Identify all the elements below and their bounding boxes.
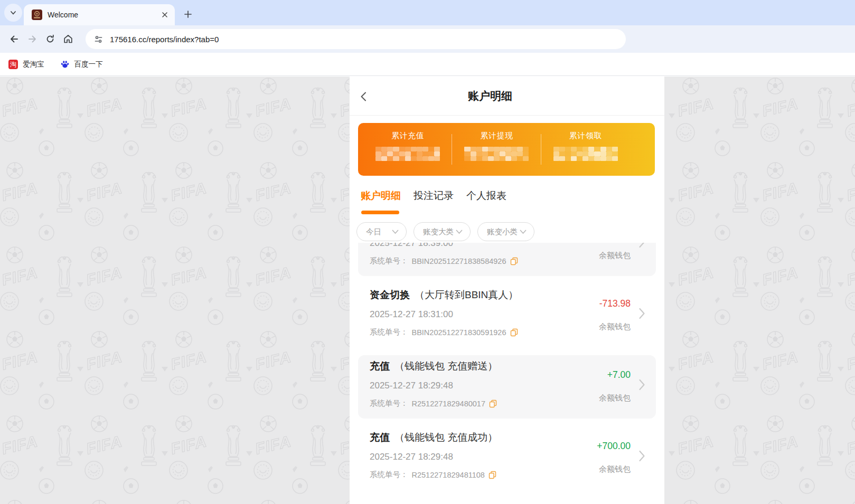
transaction-type: 充值 <box>370 359 390 373</box>
summary-stat: 累计提现 <box>452 123 541 176</box>
order-number-label: 系统单号： <box>370 256 408 266</box>
summary-stat: 累计领取 <box>541 123 630 176</box>
browser-tab-strip: Welcome <box>0 0 855 25</box>
dropdown-chevron-icon <box>520 230 527 234</box>
transaction-datetime: 2025-12-27 18:29:48 <box>370 381 656 391</box>
tab-close-icon[interactable] <box>159 9 171 21</box>
tab-search-button[interactable] <box>4 4 22 22</box>
section-tab[interactable]: 个人报表 <box>466 189 506 214</box>
transaction-type: 资金切换 <box>370 288 410 302</box>
order-number-label: 系统单号： <box>370 327 408 337</box>
transaction-datetime: 2025-12-27 18:31:00 <box>370 309 656 320</box>
dropdown-chevron-icon <box>392 230 399 234</box>
summary-stat: 累计充值 <box>363 123 452 176</box>
transaction-datetime: 2025-12-27 18:29:48 <box>370 452 656 462</box>
wallet-label: 余额钱包 <box>599 464 631 474</box>
row-chevron-right-icon <box>638 307 645 320</box>
transaction-row[interactable]: 充值 （钱能钱包 充值赠送） 2025-12-27 18:29:48 系统单号：… <box>358 355 656 419</box>
row-chevron-right-icon <box>638 243 645 249</box>
reload-icon <box>45 34 55 44</box>
row-chevron-right-icon <box>638 450 645 462</box>
transaction-row[interactable]: 2025-12-27 18:39:00 系统单号：BBIN20251227183… <box>358 243 656 276</box>
baidu-paw-icon <box>60 60 70 69</box>
order-number-label: 系统单号： <box>370 470 408 480</box>
url-text: 175616.cc/reports/index?tab=0 <box>110 35 219 44</box>
row-chevron-right-icon <box>638 378 645 391</box>
stat-value-masked <box>464 147 529 161</box>
order-number-label: 系统单号： <box>370 398 408 408</box>
app-panel: 账户明细 累计充值累计提现累计领取 账户明细投注记录个人报表 今日账变大类账变小… <box>350 77 664 504</box>
page-title: 账户明细 <box>350 89 631 103</box>
page-background: FIFA <box>0 77 855 504</box>
bookmark-label: 百度一下 <box>74 60 103 69</box>
stat-label: 累计提现 <box>452 131 541 141</box>
transaction-subtitle: （大厅转到BBIN真人） <box>415 288 518 302</box>
transaction-amount: +7.00 <box>607 369 631 381</box>
filter-dropdown[interactable]: 账变小类 <box>477 222 534 241</box>
transaction-list: 2025-12-27 18:39:00 系统单号：BBIN20251227183… <box>350 243 664 504</box>
browser-tab[interactable]: Welcome <box>24 4 175 25</box>
filter-dropdown[interactable]: 账变大类 <box>414 222 471 241</box>
tune-icon[interactable] <box>94 35 103 44</box>
transaction-subtitle: （钱能钱包 充值成功） <box>394 431 497 444</box>
tab-title: Welcome <box>48 11 159 19</box>
filter-label: 今日 <box>366 227 381 237</box>
taobao-icon: 淘 <box>8 60 18 69</box>
section-tab[interactable]: 账户明细 <box>361 189 401 214</box>
transaction-subtitle: （钱能钱包 充值赠送） <box>394 359 497 373</box>
order-number-value: BBIN202512271838584926 <box>412 257 506 265</box>
copy-icon[interactable] <box>510 257 518 265</box>
stat-value-masked <box>553 147 618 161</box>
stat-label: 累计领取 <box>541 131 630 141</box>
dropdown-chevron-icon <box>456 230 463 234</box>
forward-icon <box>27 34 37 44</box>
chevron-down-icon <box>9 8 17 17</box>
filter-label: 账变小类 <box>487 227 518 237</box>
bookmark-item-taobao[interactable]: 淘 爱淘宝 <box>8 60 44 69</box>
summary-card: 累计充值累计提现累计领取 <box>358 123 655 176</box>
transaction-type: 充值 <box>370 431 390 444</box>
back-button[interactable] <box>5 30 23 48</box>
transaction-amount: +700.00 <box>597 441 631 452</box>
wallet-label: 余额钱包 <box>599 322 631 332</box>
wallet-label: 余额钱包 <box>599 251 631 261</box>
wallet-label: 余额钱包 <box>599 393 631 403</box>
section-tab[interactable]: 投注记录 <box>414 189 454 214</box>
order-number-value: R2512271829481108 <box>412 471 485 479</box>
stat-value-masked <box>375 147 440 161</box>
order-number-value: BBIN202512271830591926 <box>412 328 506 337</box>
summary-stats: 累计充值累计提现累计领取 <box>363 123 630 176</box>
copy-icon[interactable] <box>510 328 518 337</box>
bookmark-label: 爱淘宝 <box>23 60 44 69</box>
home-icon <box>63 34 73 44</box>
app-header: 账户明细 <box>350 77 664 116</box>
site-favicon <box>32 9 42 20</box>
copy-icon[interactable] <box>489 400 497 408</box>
transaction-row[interactable]: 充值 （钱能钱包 充值成功） 2025-12-27 18:29:48 系统单号：… <box>358 426 656 490</box>
browser-toolbar: 175616.cc/reports/index?tab=0 <box>0 25 855 53</box>
back-icon <box>9 34 20 44</box>
transaction-amount: -713.98 <box>599 298 631 309</box>
bookmark-item-baidu[interactable]: 百度一下 <box>60 60 103 69</box>
url-bar[interactable]: 175616.cc/reports/index?tab=0 <box>86 29 626 49</box>
transaction-row[interactable]: 资金切换 （大厅转到BBIN真人） 2025-12-27 18:31:00 系统… <box>358 284 656 347</box>
plus-icon <box>183 9 193 19</box>
order-number-value: R2512271829480017 <box>412 400 486 408</box>
forward-button[interactable] <box>23 30 41 48</box>
filter-dropdown[interactable]: 今日 <box>356 222 407 241</box>
copy-icon[interactable] <box>488 471 496 479</box>
filter-label: 账变大类 <box>423 227 454 237</box>
home-button[interactable] <box>59 30 77 48</box>
reload-button[interactable] <box>41 30 59 48</box>
bookmarks-bar: 淘 爱淘宝 百度一下 <box>0 53 855 76</box>
stat-label: 累计充值 <box>363 131 452 141</box>
new-tab-button[interactable] <box>181 7 195 22</box>
section-tabs: 账户明细投注记录个人报表 <box>361 189 506 214</box>
transaction-datetime: 2025-12-27 18:39:00 <box>370 243 656 249</box>
filter-bar: 今日账变大类账变小类 <box>356 222 534 241</box>
